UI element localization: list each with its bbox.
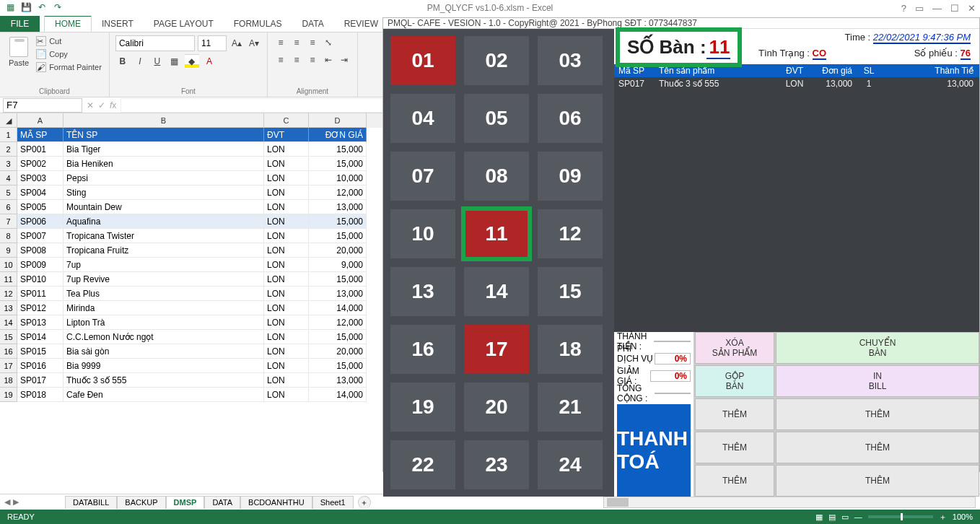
row-header[interactable]: 13 (0, 301, 17, 315)
cancel-formula-icon[interactable]: ✕ (87, 100, 94, 110)
select-all-corner[interactable]: ◢ (0, 113, 17, 128)
increase-font-icon[interactable]: A▴ (229, 36, 244, 51)
table-button-24[interactable]: 24 (538, 440, 603, 489)
col-header-a[interactable]: A (17, 113, 64, 128)
align-right-icon[interactable]: ≡ (305, 53, 320, 67)
them-button-4[interactable]: THÊM (776, 432, 979, 463)
decrease-font-icon[interactable]: A▾ (247, 36, 261, 51)
border-icon[interactable]: ▦ (167, 54, 182, 69)
minimize-icon[interactable]: — (932, 3, 942, 14)
align-center-icon[interactable]: ≡ (289, 53, 304, 67)
sheet-tab-dmsp[interactable]: DMSP (166, 496, 205, 509)
them-button-2[interactable]: THÊM (776, 398, 979, 430)
align-left-icon[interactable]: ≡ (274, 53, 288, 67)
copy-button[interactable]: 📄Copy (35, 48, 103, 60)
row-header[interactable]: 17 (0, 359, 17, 373)
enter-formula-icon[interactable]: ✓ (98, 100, 105, 110)
view-normal-icon[interactable]: ▦ (815, 512, 823, 522)
row-header[interactable]: 18 (0, 373, 17, 388)
table-button-15[interactable]: 15 (538, 267, 603, 316)
table-button-17[interactable]: 17 (464, 325, 529, 374)
sheet-tab-backup[interactable]: BACKUP (117, 496, 165, 509)
cut-button[interactable]: ✂Cut (35, 35, 103, 47)
thanhtoan-button[interactable]: THANH TOÁ (617, 404, 691, 497)
maximize-icon[interactable]: ☐ (950, 3, 959, 14)
them-button-1[interactable]: THÊM (695, 398, 774, 430)
row-header[interactable]: 8 (0, 229, 17, 243)
sheet-tab-databill[interactable]: DATABILL (65, 496, 117, 509)
row-header[interactable]: 7 (0, 214, 17, 229)
view-break-icon[interactable]: ▭ (841, 512, 849, 522)
sheet-tab-data[interactable]: DATA (204, 496, 240, 509)
underline-icon[interactable]: U (150, 54, 165, 69)
table-button-02[interactable]: 02 (464, 36, 529, 85)
view-layout-icon[interactable]: ▤ (828, 512, 836, 522)
align-middle-icon[interactable]: ≡ (289, 35, 304, 50)
table-button-06[interactable]: 06 (538, 94, 603, 143)
tab-file[interactable]: FILE (0, 15, 40, 32)
undo-icon[interactable]: ↶ (36, 1, 48, 13)
bold-icon[interactable]: B (115, 54, 130, 69)
redo-icon[interactable]: ↷ (52, 1, 64, 13)
tab-review[interactable]: REVIEW (334, 15, 388, 32)
fill-color-icon[interactable]: ◆ (185, 54, 199, 69)
tab-pagelayout[interactable]: PAGE LAYOUT (144, 15, 224, 32)
table-button-13[interactable]: 13 (390, 267, 455, 316)
format-painter-button[interactable]: 🖌Format Painter (35, 61, 103, 73)
name-box[interactable] (3, 98, 82, 113)
row-header[interactable]: 6 (0, 200, 17, 214)
col-header-d[interactable]: D (309, 113, 367, 128)
sheet-tab-sheet1[interactable]: Sheet1 (312, 496, 354, 509)
table-button-05[interactable]: 05 (464, 94, 529, 143)
table-button-19[interactable]: 19 (390, 383, 455, 432)
align-bottom-icon[interactable]: ≡ (305, 35, 320, 50)
horizontal-scrollbar[interactable] (603, 497, 976, 508)
chuyen-ban-button[interactable]: CHUYỂN BÀN (776, 332, 979, 364)
table-button-04[interactable]: 04 (390, 94, 455, 143)
them-button-6[interactable]: THÊM (776, 465, 979, 497)
table-button-16[interactable]: 16 (390, 325, 455, 374)
table-button-18[interactable]: 18 (538, 325, 603, 374)
gop-ban-button[interactable]: GỘP BÀN (695, 365, 774, 397)
help-icon[interactable]: ? (901, 3, 906, 14)
table-button-07[interactable]: 07 (390, 152, 455, 201)
xoa-sanpham-button[interactable]: XÓA SẢN PHẨM (695, 332, 774, 364)
paste-button[interactable]: Paste (6, 35, 32, 69)
row-header[interactable]: 3 (0, 157, 17, 171)
row-header[interactable]: 10 (0, 258, 17, 272)
tab-home[interactable]: HOME (44, 15, 92, 32)
table-button-01[interactable]: 01 (390, 36, 455, 85)
indent-decrease-icon[interactable]: ⇤ (321, 53, 336, 67)
table-button-10[interactable]: 10 (390, 209, 455, 258)
row-header[interactable]: 2 (0, 142, 17, 157)
font-name-select[interactable] (115, 35, 195, 51)
row-header[interactable]: 4 (0, 171, 17, 185)
table-button-14[interactable]: 14 (464, 267, 529, 316)
sheet-tab-bcdoanhthu[interactable]: BCDOANHTHU (240, 496, 312, 509)
row-header[interactable]: 19 (0, 388, 17, 402)
italic-icon[interactable]: I (133, 54, 147, 69)
ribbon-options-icon[interactable]: ▭ (915, 3, 924, 14)
tab-formulas[interactable]: FORMULAS (224, 15, 292, 32)
row-header[interactable]: 16 (0, 344, 17, 359)
table-button-20[interactable]: 20 (464, 383, 529, 432)
font-size-select[interactable] (198, 35, 227, 51)
table-button-08[interactable]: 08 (464, 152, 529, 201)
in-bill-button[interactable]: IN BILL (776, 365, 979, 397)
row-header[interactable]: 12 (0, 287, 17, 301)
table-button-09[interactable]: 09 (538, 152, 603, 201)
order-row[interactable]: SP017 Thuốc 3 số 555 LON 13,000 1 13,000 (614, 77, 979, 90)
table-button-12[interactable]: 12 (538, 209, 603, 258)
orientation-icon[interactable]: ⤡ (321, 35, 336, 50)
tab-insert[interactable]: INSERT (92, 15, 144, 32)
row-header[interactable]: 14 (0, 315, 17, 330)
row-header[interactable]: 11 (0, 272, 17, 287)
add-sheet-button[interactable]: ＋ (358, 496, 371, 509)
zoom-slider[interactable] (868, 515, 933, 518)
font-color-icon[interactable]: A (202, 54, 216, 69)
row-header[interactable]: 5 (0, 185, 17, 200)
zoom-value[interactable]: 100% (953, 512, 973, 521)
sheet-nav-next-icon[interactable]: ▶ (13, 497, 19, 507)
table-button-03[interactable]: 03 (538, 36, 603, 85)
table-button-11[interactable]: 11 (464, 209, 529, 258)
